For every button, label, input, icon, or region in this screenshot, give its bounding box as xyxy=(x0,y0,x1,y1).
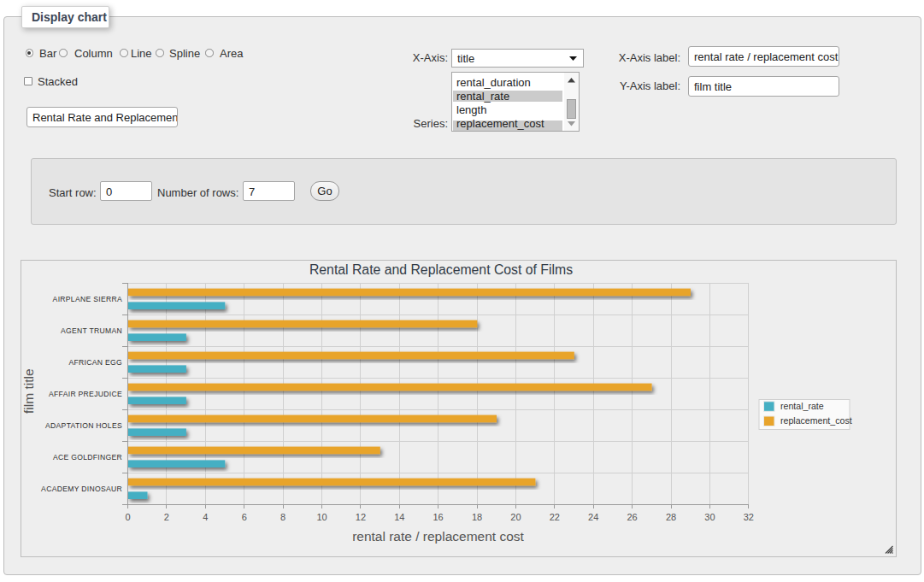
svg-text:AGENT TRUMAN: AGENT TRUMAN xyxy=(61,326,122,335)
svg-text:30: 30 xyxy=(704,512,715,522)
svg-text:28: 28 xyxy=(666,512,676,522)
svg-text:18: 18 xyxy=(472,512,482,522)
svg-text:AIRPLANE SIERRA: AIRPLANE SIERRA xyxy=(53,295,122,303)
svg-text:Rental Rate and Replacement Co: Rental Rate and Replacement Cost of Film… xyxy=(309,262,573,277)
svg-text:14: 14 xyxy=(394,512,404,522)
svg-text:26: 26 xyxy=(627,512,637,522)
svg-text:6: 6 xyxy=(242,512,247,522)
svg-text:AFRICAN EGG: AFRICAN EGG xyxy=(68,358,122,367)
svg-text:replacement_cost: replacement_cost xyxy=(780,415,852,426)
svg-text:24: 24 xyxy=(588,512,598,522)
svg-text:2: 2 xyxy=(164,512,169,522)
svg-text:20: 20 xyxy=(510,512,521,522)
svg-text:8: 8 xyxy=(280,512,285,522)
svg-text:rental rate / replacement cost: rental rate / replacement cost xyxy=(352,529,524,544)
svg-text:ACADEMY DINOSAUR: ACADEMY DINOSAUR xyxy=(41,485,122,493)
svg-text:0: 0 xyxy=(125,512,130,522)
svg-text:ADAPTATION HOLES: ADAPTATION HOLES xyxy=(45,421,122,430)
svg-text:ACE GOLDFINGER: ACE GOLDFINGER xyxy=(53,453,122,461)
svg-text:4: 4 xyxy=(203,512,208,522)
svg-text:32: 32 xyxy=(744,512,754,522)
svg-text:12: 12 xyxy=(356,512,366,522)
svg-text:22: 22 xyxy=(550,512,560,522)
svg-text:rental_rate: rental_rate xyxy=(780,401,824,411)
svg-text:10: 10 xyxy=(316,512,327,522)
svg-text:AFFAIR PREJUDICE: AFFAIR PREJUDICE xyxy=(49,390,122,398)
svg-text:film title: film title xyxy=(22,368,37,414)
svg-text:16: 16 xyxy=(433,512,443,522)
